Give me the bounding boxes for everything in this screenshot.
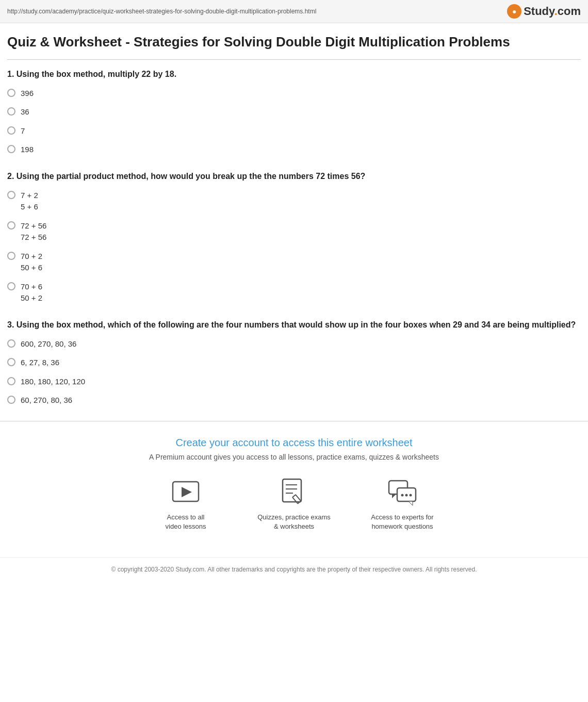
svg-point-12	[405, 494, 408, 496]
copyright: © copyright 2003-2020 Study.com. All oth…	[0, 557, 588, 581]
radio-2-4[interactable]	[7, 282, 15, 290]
feature-experts: Access to experts forhomework questions	[364, 477, 441, 531]
svg-marker-8	[392, 494, 396, 498]
option-text-1-3: 7	[21, 125, 25, 137]
option-text-1-2: 36	[21, 106, 29, 118]
question-1-option-3[interactable]: 7	[7, 125, 581, 137]
option-text-2-4: 70 + 6 50 + 2	[21, 281, 42, 304]
feature-video-label: Access to allvideo lessons	[166, 513, 206, 531]
question-2-option-3[interactable]: 70 + 2 50 + 6	[7, 251, 581, 274]
radio-3-3[interactable]	[7, 377, 15, 385]
page-title: Quiz & Worksheet - Strategies for Solvin…	[7, 34, 581, 51]
option-text-1-1: 396	[21, 88, 34, 100]
main-content: Quiz & Worksheet - Strategies for Solvin…	[0, 23, 588, 406]
logo-text: Study.com	[524, 5, 581, 18]
question-3-text: 3. Using the box method, which of the fo…	[7, 319, 581, 331]
question-1: 1. Using the box method, multiply 22 by …	[7, 68, 581, 156]
question-2-option-2[interactable]: 72 + 56 72 + 56	[7, 220, 581, 243]
radio-1-1[interactable]	[7, 89, 15, 97]
logo-icon: ●	[507, 4, 521, 19]
question-3-option-1[interactable]: 600, 270, 80, 36	[7, 338, 581, 350]
radio-2-1[interactable]	[7, 191, 15, 199]
svg-point-13	[410, 494, 412, 496]
question-2-text: 2. Using the partial product method, how…	[7, 170, 581, 183]
radio-3-1[interactable]	[7, 339, 15, 348]
option-text-3-2: 6, 27, 8, 36	[21, 357, 59, 369]
option-text-3-1: 600, 270, 80, 36	[21, 338, 76, 350]
feature-video-lessons: Access to allvideo lessons	[147, 477, 224, 531]
question-1-option-1[interactable]: 396	[7, 88, 581, 100]
option-text-2-3: 70 + 2 50 + 6	[21, 251, 42, 274]
feature-quizzes-label: Quizzes, practice exams& worksheets	[257, 513, 331, 531]
svg-point-11	[401, 494, 404, 496]
radio-1-3[interactable]	[7, 126, 15, 135]
features-row: Access to allvideo lessons Quizzes, prac…	[7, 477, 581, 531]
feature-quizzes: Quizzes, practice exams& worksheets	[255, 477, 333, 531]
radio-3-4[interactable]	[7, 396, 15, 404]
question-3-option-2[interactable]: 6, 27, 8, 36	[7, 357, 581, 369]
question-1-option-2[interactable]: 36	[7, 106, 581, 118]
radio-2-2[interactable]	[7, 221, 15, 230]
question-1-text: 1. Using the box method, multiply 22 by …	[7, 68, 581, 80]
radio-3-2[interactable]	[7, 358, 15, 366]
question-2-option-4[interactable]: 70 + 6 50 + 2	[7, 281, 581, 304]
question-3-option-4[interactable]: 60, 270, 80, 36	[7, 395, 581, 406]
question-3: 3. Using the box method, which of the fo…	[7, 319, 581, 406]
question-1-option-4[interactable]: 198	[7, 144, 581, 156]
feature-experts-label: Access to experts forhomework questions	[371, 513, 433, 531]
question-3-option-3[interactable]: 180, 180, 120, 120	[7, 376, 581, 388]
option-text-2-1: 7 + 2 5 + 6	[21, 190, 38, 213]
svg-marker-1	[182, 487, 192, 497]
logo: ● Study.com	[507, 4, 581, 19]
create-account-subtitle: A Premium account gives you access to al…	[7, 453, 581, 461]
radio-2-3[interactable]	[7, 252, 15, 260]
option-text-3-4: 60, 270, 80, 36	[21, 395, 72, 406]
option-text-2-2: 72 + 56 72 + 56	[21, 220, 46, 243]
title-divider	[7, 59, 581, 60]
url-text: http://study.com/academy/practice/quiz-w…	[7, 8, 316, 15]
radio-1-4[interactable]	[7, 145, 15, 153]
footer-section: Create your account to access this entir…	[0, 421, 588, 557]
radio-1-2[interactable]	[7, 107, 15, 116]
video-icon	[170, 477, 201, 508]
option-text-3-3: 180, 180, 120, 120	[21, 376, 85, 388]
expert-icon	[387, 477, 418, 508]
question-2-option-1[interactable]: 7 + 2 5 + 6	[7, 190, 581, 213]
url-bar: http://study.com/academy/practice/quiz-w…	[0, 0, 588, 23]
create-account-title: Create your account to access this entir…	[7, 437, 581, 449]
svg-marker-10	[409, 501, 413, 505]
question-2: 2. Using the partial product method, how…	[7, 170, 581, 304]
quiz-icon	[279, 477, 309, 508]
option-text-1-4: 198	[21, 144, 34, 156]
